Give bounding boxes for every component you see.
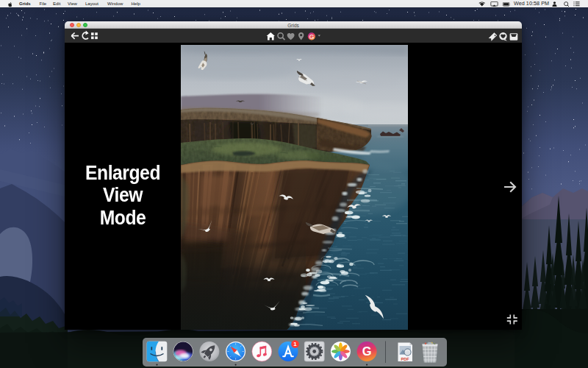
svg-text:G: G xyxy=(309,33,314,40)
svg-text:G: G xyxy=(362,345,372,358)
svg-text:PDF: PDF xyxy=(401,357,410,361)
svg-text:1: 1 xyxy=(293,342,297,348)
